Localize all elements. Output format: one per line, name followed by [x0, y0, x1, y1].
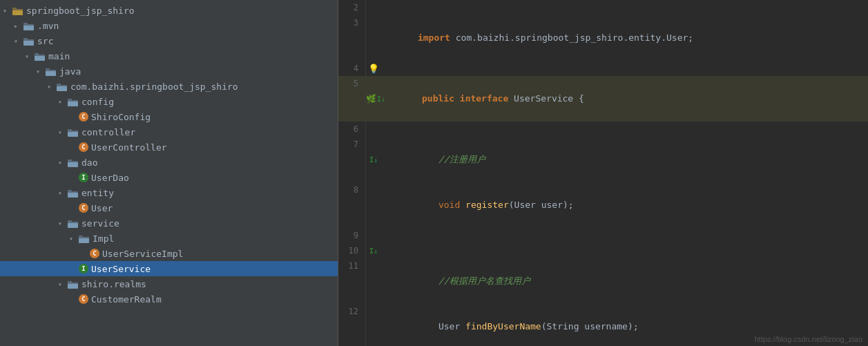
line-gutter-2: [366, 0, 381, 15]
badge-usercontroller: C: [79, 142, 88, 152]
root-label: springboot_jsp_shiro: [26, 6, 135, 16]
line-content-11: //根据用户名查找用户: [381, 258, 868, 304]
svg-rect-5: [23, 23, 28, 25]
comment-findby: //根据用户名查找用户: [438, 276, 530, 286]
tree-controller[interactable]: controller: [0, 124, 338, 140]
line-gutter-9: [366, 228, 381, 243]
svg-rect-8: [23, 38, 28, 40]
line-num-3: 3: [338, 15, 366, 61]
line-gutter-3: [366, 15, 381, 61]
file-tree[interactable]: springboot_jsp_shiro .mvn src main j: [0, 0, 338, 346]
tree-userdao[interactable]: I UserDao: [0, 170, 338, 185]
svg-rect-25: [68, 162, 78, 167]
badge-userserviceimpl: C: [90, 249, 99, 258]
tree-shiro[interactable]: shiro.realms: [0, 276, 338, 291]
svg-rect-31: [68, 223, 78, 228]
line-num-12: 12: [338, 304, 366, 346]
svg-rect-23: [68, 129, 72, 131]
tree-shiroconfig[interactable]: C ShiroConfig: [0, 109, 338, 124]
tree-root[interactable]: springboot_jsp_shiro: [0, 3, 338, 18]
line-num-8: 8: [338, 182, 366, 228]
line-gutter-4: 💡: [366, 61, 381, 76]
line-content-6: [381, 122, 868, 137]
chevron-src: [14, 37, 23, 45]
line-gutter-5: 🌿 I↓: [366, 76, 385, 122]
chevron-service: [58, 220, 68, 227]
keyword-void: void: [438, 200, 460, 210]
code-editor: 2 3 import com.baizhi.springboot_jsp_shi…: [338, 0, 868, 346]
impl-indicator-10: I↓: [369, 247, 378, 255]
chevron-pkg: [47, 83, 57, 90]
tree-main[interactable]: main: [0, 48, 338, 64]
tree-pkg[interactable]: com.baizhi.springboot_jsp_shiro: [0, 79, 338, 94]
folder-icon-pkg: [57, 83, 68, 92]
tree-entity[interactable]: entity: [0, 185, 338, 200]
folder-icon-root: [12, 7, 23, 16]
badge-userdao: I: [79, 173, 88, 182]
line-gutter-10: I↓: [366, 243, 381, 258]
line-num-6: 6: [338, 122, 366, 137]
tree-java[interactable]: java: [0, 64, 338, 79]
line-gutter-7: I↓: [366, 137, 381, 182]
svg-rect-28: [68, 193, 78, 198]
line-content-9: [381, 228, 868, 243]
config-label: config: [81, 97, 114, 107]
tree-userserviceimpl[interactable]: C UserServiceImpl: [0, 246, 338, 261]
code-line-6: 6: [338, 122, 868, 137]
tree-usercontroller[interactable]: C UserController: [0, 140, 338, 155]
line-num-9: 9: [338, 228, 366, 243]
svg-rect-19: [68, 102, 78, 106]
tree-dao[interactable]: dao: [0, 155, 338, 170]
tree-userservice[interactable]: I UserService: [0, 261, 338, 276]
svg-rect-22: [68, 132, 78, 137]
interface-name: UserService: [514, 93, 573, 104]
svg-rect-16: [57, 86, 67, 91]
folder-icon-mvn: [23, 22, 35, 31]
line-content-5: public interface UserService {: [385, 76, 868, 122]
impl-indicator-7: I↓: [369, 156, 378, 164]
line-gutter-6: [366, 122, 381, 137]
line-content-10: [381, 243, 868, 258]
code-line-8: 8 void register(User user);: [338, 182, 868, 228]
keyword-import: import: [418, 32, 450, 43]
folder-icon-main: [35, 52, 46, 61]
spring-icon: 🌿: [366, 94, 376, 104]
folder-icon-dao: [68, 159, 79, 168]
line-gutter-12: [366, 304, 381, 346]
dao-label: dao: [81, 157, 97, 168]
folder-icon-entity: [68, 189, 79, 198]
userserviceimpl-label: UserServiceImpl: [102, 249, 183, 259]
line-num-11: 11: [338, 258, 366, 304]
chevron-main: [25, 52, 35, 60]
pkg-label: com.baizhi.springboot_jsp_shiro: [70, 81, 238, 92]
folder-icon-impl: [79, 235, 90, 244]
impl-indicator-5: I↓: [377, 95, 385, 103]
svg-rect-11: [35, 53, 39, 55]
chevron-entity: [58, 189, 68, 197]
svg-rect-13: [46, 71, 56, 76]
tree-user[interactable]: C User: [0, 200, 338, 215]
tree-impl[interactable]: Impl: [0, 231, 338, 246]
bulb-icon: 💡: [368, 64, 379, 74]
chevron-java: [36, 68, 46, 75]
svg-rect-1: [12, 10, 23, 15]
chevron-mvn: [14, 22, 23, 30]
mvn-label: .mvn: [37, 21, 59, 31]
usercontroller-label: UserController: [91, 142, 167, 153]
folder-icon-src: [23, 37, 35, 46]
line-num-2: 2: [338, 0, 366, 15]
tree-mvn[interactable]: .mvn: [0, 18, 338, 33]
svg-rect-20: [68, 99, 72, 101]
tree-service[interactable]: service: [0, 215, 338, 231]
tree-src[interactable]: src: [0, 33, 338, 48]
code-line-4: 4 💡: [338, 61, 868, 76]
folder-icon-shiro: [68, 280, 79, 289]
tree-customerrealm[interactable]: C CustomerRealm: [0, 291, 338, 307]
tree-config[interactable]: config: [0, 94, 338, 109]
param-username: username: [584, 321, 628, 331]
badge-user: C: [79, 203, 88, 213]
code-line-5: 5 🌿 I↓ public interface UserService {: [338, 76, 868, 122]
src-label: src: [37, 36, 53, 46]
folder-icon-controller: [68, 128, 79, 137]
line-num-10: 10: [338, 243, 366, 258]
